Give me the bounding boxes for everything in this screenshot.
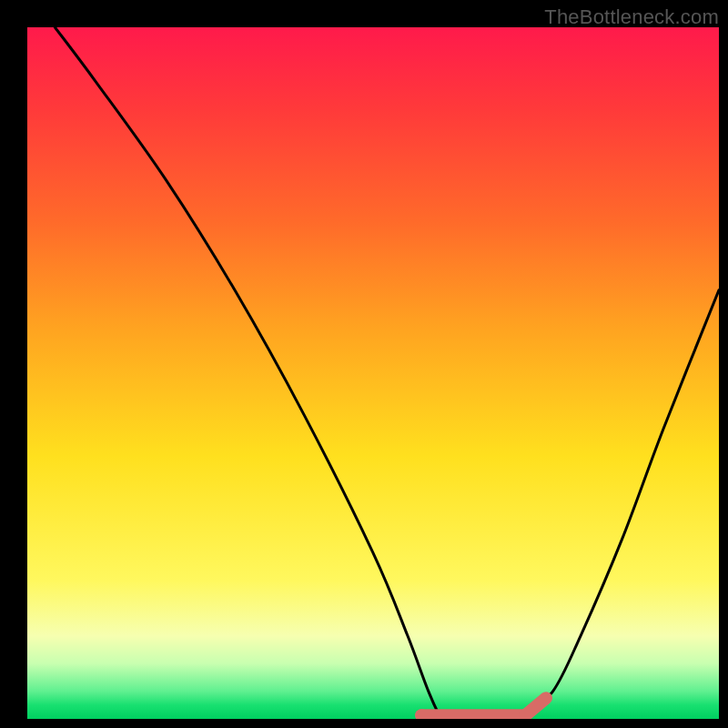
plot-area [27,27,719,719]
chart-svg [27,27,719,719]
bottleneck-curve [55,27,719,719]
chart-frame: TheBottleneck.com [0,0,728,728]
attribution-text: TheBottleneck.com [544,5,719,29]
optimal-kink [525,698,546,715]
